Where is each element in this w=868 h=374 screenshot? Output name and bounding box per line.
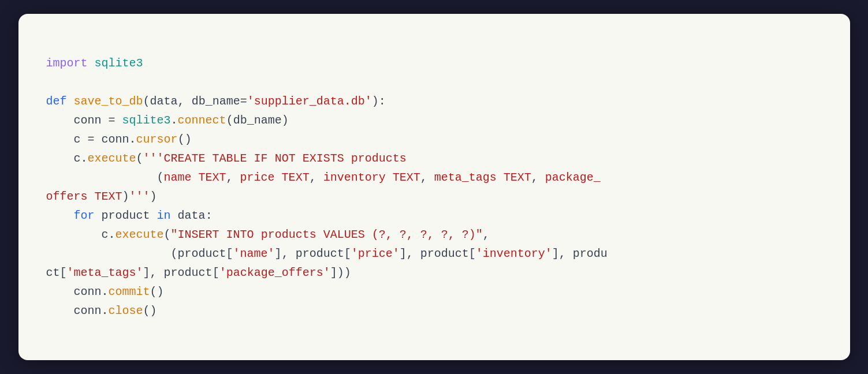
line-1: import sqlite3 xyxy=(46,57,143,70)
line-14: conn.close() xyxy=(46,304,157,317)
line-10: c.execute("INSERT INTO products VALUES (… xyxy=(46,228,490,241)
line-7: (name TEXT, price TEXT, inventory TEXT, … xyxy=(46,171,601,184)
code-container: import sqlite3 def save_to_db(data, db_n… xyxy=(18,14,850,360)
line-5: c = conn.cursor() xyxy=(46,133,192,146)
code-block: import sqlite3 def save_to_db(data, db_n… xyxy=(46,35,822,339)
line-12: ct['meta_tags'], product['package_offers… xyxy=(46,266,351,279)
line-11: (product['name'], product['price'], prod… xyxy=(46,247,608,260)
line-9: for product in data: xyxy=(46,209,213,222)
line-6: c.execute('''CREATE TABLE IF NOT EXISTS … xyxy=(46,152,407,165)
line-8: offers TEXT)''') xyxy=(46,190,157,203)
line-13: conn.commit() xyxy=(46,285,164,298)
line-3: def save_to_db(data, db_name='supplier_d… xyxy=(46,95,386,108)
line-4: conn = sqlite3.connect(db_name) xyxy=(46,114,289,127)
